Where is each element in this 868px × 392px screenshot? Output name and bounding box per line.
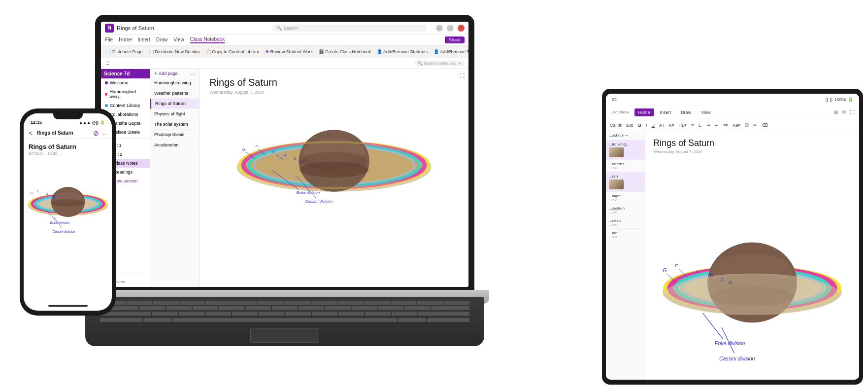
- menu-draw[interactable]: Draw: [156, 37, 167, 42]
- svg-text:F: F: [37, 189, 39, 193]
- tablet-tab-home[interactable]: Home: [634, 108, 654, 116]
- phone-status-icons: ▲▲▲ ((·)) 🔋: [79, 120, 105, 125]
- phone-notch: [53, 113, 83, 119]
- phone-content: G F A B C D Enke division Cassini divisi…: [24, 159, 112, 301]
- tablet-bold-button[interactable]: B: [637, 122, 643, 128]
- svg-point-9: [300, 162, 368, 178]
- tablet-sidebar-saturn[interactable]: ...urn: [606, 172, 645, 192]
- tablet-pen-button[interactable]: ✏: [752, 122, 759, 128]
- page-physics-flight[interactable]: Physics of flight: [150, 109, 199, 119]
- copy-content-button[interactable]: 📋 Copy to Content Library: [204, 48, 261, 55]
- sidebar-hummingbird[interactable]: Hummingbird wing...: [101, 87, 150, 101]
- svg-text:B: B: [283, 153, 286, 157]
- page-photosynthesis[interactable]: Photosynthesis: [150, 130, 199, 140]
- tablet-tab-view[interactable]: View: [697, 108, 714, 116]
- battery-icon: 🔋: [100, 120, 105, 125]
- tablet-numbered-list-button[interactable]: 1.: [697, 122, 703, 128]
- tablet-indent-button[interactable]: ⇥: [705, 122, 712, 128]
- tablet-sidebar-bird[interactable]: ...ird wing...: [606, 140, 645, 160]
- tablet-style-button[interactable]: Aa▾: [731, 122, 742, 128]
- create-notebook-button[interactable]: 📓 Create Class Notebook: [317, 48, 373, 55]
- search-notebooks-bar: ☰ 🔍 Search notebooks ▾: [101, 58, 468, 69]
- laptop-screen-outer: N Rings of Saturn 🔍 Search — □ ✕: [95, 15, 474, 291]
- tablet-tab-draw[interactable]: Draw: [677, 108, 695, 116]
- phone-back-button[interactable]: <: [29, 129, 33, 137]
- close-button[interactable]: ✕: [458, 25, 465, 32]
- search-notebooks-text[interactable]: Search notebooks: [424, 61, 456, 66]
- tablet-saturn-diagram: G F A B C D Enke di: [653, 159, 851, 380]
- distribute-page-button[interactable]: 📄 Distribute Page: [104, 48, 145, 55]
- menu-view[interactable]: View: [173, 37, 184, 42]
- laptop-page-title: Rings of Saturn: [209, 77, 459, 88]
- tablet-sidebar-nesis[interactable]: ...nesis ...text: [606, 216, 645, 229]
- tablet-align-button[interactable]: ≡▾: [722, 122, 730, 128]
- tablet: 22 ((·)) 100% 🔋 ...notebook Home Insert …: [602, 89, 863, 385]
- expand-icon[interactable]: ⛶: [460, 73, 465, 78]
- tablet-italic-button[interactable]: I: [644, 122, 649, 128]
- tablet-underline-button[interactable]: U: [650, 122, 657, 128]
- svg-text:Cassini division: Cassini division: [305, 199, 333, 204]
- phone-screen: 12:15 ▲▲▲ ((·)) 🔋 < Rings of Saturn ⊘ ..…: [24, 113, 112, 311]
- svg-text:Cassini division: Cassini division: [52, 230, 75, 233]
- review-work-button[interactable]: 👁 Review Student Work: [263, 48, 315, 55]
- tablet-checkbox-button[interactable]: ☑: [743, 122, 750, 128]
- page-solar-system[interactable]: The solar system: [150, 119, 199, 130]
- tablet-expand-icon[interactable]: ⛶: [850, 109, 855, 115]
- tablet-sidebar-flight[interactable]: ...flight ...text: [606, 192, 645, 204]
- tablet-highlight-button[interactable]: HL▾: [677, 122, 689, 128]
- hamburger-icon[interactable]: ☰: [106, 61, 109, 66]
- onenote-icon: N: [105, 24, 114, 33]
- tablet-fontsize-button[interactable]: A↕: [658, 122, 666, 128]
- tablet-format-bar: Calibri 100 B I U A↕ A▾ HL▾ ≡ 1. ⇥ ⇤ ≡▾ …: [606, 119, 859, 131]
- tablet-font-name: Calibri: [610, 123, 623, 128]
- page-hummingbird[interactable]: Hummingbird wing...: [150, 78, 199, 88]
- page-options-icon[interactable]: …: [191, 71, 195, 76]
- tablet-sidebar-system[interactable]: ...system ...text: [606, 204, 645, 216]
- share-button[interactable]: Share: [445, 36, 465, 43]
- tablet-erase-button[interactable]: ⌫: [760, 122, 769, 128]
- svg-text:G: G: [31, 191, 33, 195]
- svg-text:C: C: [721, 277, 724, 282]
- menu-insert[interactable]: Insert: [138, 37, 150, 42]
- phone-filter-icon[interactable]: ⊘: [93, 129, 99, 137]
- laptop-page-date: Wednesday, August 7, 2024: [209, 90, 459, 95]
- page-acceleration[interactable]: Acceleration: [150, 140, 199, 150]
- search-dropdown-icon[interactable]: ▾: [459, 61, 461, 66]
- maximize-button[interactable]: □: [447, 25, 454, 32]
- tablet-zoom-icon[interactable]: ⊞: [834, 109, 838, 115]
- tablet-outdent-button[interactable]: ⇤: [713, 122, 720, 128]
- menu-class-notebook[interactable]: Class Notebook: [190, 36, 225, 43]
- tablet-list-button[interactable]: ≡: [690, 122, 695, 128]
- svg-text:Enke division: Enke division: [297, 190, 320, 195]
- svg-text:D: D: [61, 199, 63, 202]
- laptop-canvas: ⛶ Rings of Saturn Wednesday, August 7, 2…: [200, 69, 468, 287]
- phone-more-icon[interactable]: ...: [103, 130, 107, 136]
- svg-point-51: [665, 274, 839, 315]
- menu-home[interactable]: Home: [119, 37, 132, 42]
- tablet-fontcolor-button[interactable]: A▾: [668, 122, 676, 128]
- add-page-button[interactable]: + Add page …: [150, 69, 199, 78]
- phone-page-title: Rings of Saturn: [24, 139, 112, 151]
- menu-file[interactable]: File: [105, 37, 113, 42]
- laptop-saturn-diagram: G F A B C D: [228, 100, 440, 213]
- page-rings-saturn[interactable]: Rings of Saturn: [150, 99, 199, 109]
- phone-nav-title: Rings of Saturn: [36, 130, 89, 136]
- page-weather[interactable]: Weather patterns: [150, 88, 199, 99]
- minimize-button[interactable]: —: [436, 25, 443, 32]
- search-text: Search: [284, 26, 298, 31]
- tablet-font-size: 100: [626, 123, 634, 128]
- phone-body: 12:15 ▲▲▲ ((·)) 🔋 < Rings of Saturn ⊘ ..…: [20, 108, 116, 316]
- signal-icon: ▲▲▲: [79, 120, 91, 125]
- tablet-sidebar-school[interactable]: ...school ···: [606, 131, 645, 140]
- tablet-sidebar-ion[interactable]: ...ion ...text: [606, 229, 645, 241]
- distribute-section-button[interactable]: 📑 Distribute New Section: [147, 48, 202, 55]
- sidebar-welcome[interactable]: Welcome: [101, 78, 150, 87]
- add-remove-students-button[interactable]: 👤 Add/Remove Students: [375, 48, 430, 55]
- laptop-body: Science 7d Welcome Hummingbird wing...: [101, 69, 468, 287]
- laptop-screen-inner: N Rings of Saturn 🔍 Search — □ ✕: [101, 22, 468, 287]
- wifi-icon: ((·)): [92, 120, 99, 125]
- tablet-settings-icon[interactable]: ⚙: [842, 109, 846, 115]
- add-remove-teachers-button[interactable]: 👤 Add/Remove Teachers ▾: [432, 48, 468, 55]
- tablet-tab-insert[interactable]: Insert: [656, 108, 675, 116]
- tablet-sidebar-patterns[interactable]: ...atterns ...text: [606, 160, 645, 172]
